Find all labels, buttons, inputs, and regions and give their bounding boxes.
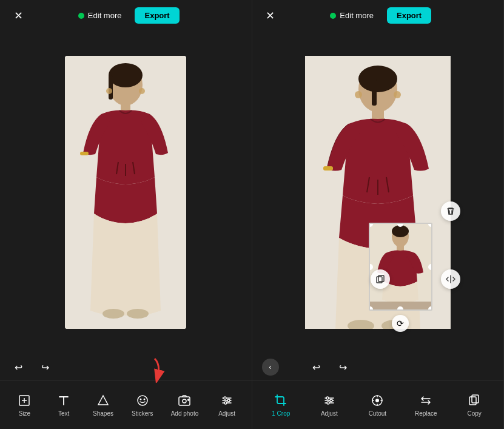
left-close-button[interactable]: ✕ bbox=[10, 7, 27, 24]
text-label: Text bbox=[58, 410, 69, 417]
right-edit-more-button[interactable]: Edit more bbox=[324, 7, 380, 24]
toolbar-shapes[interactable]: Shapes bbox=[89, 388, 118, 422]
svg-point-38 bbox=[392, 225, 409, 237]
right-panel: ✕ Edit more Export bbox=[252, 0, 505, 429]
right-image-container: ⟳ bbox=[305, 56, 451, 329]
svg-point-2 bbox=[109, 63, 143, 87]
thumbnail-figure bbox=[370, 224, 431, 309]
shapes-label: Shapes bbox=[93, 410, 113, 417]
toolbar-crop[interactable]: 1 Crop bbox=[266, 388, 295, 422]
cutout-icon bbox=[370, 393, 385, 408]
left-bottom-toolbar: Size Text Shapes bbox=[0, 380, 252, 429]
rotate-handle[interactable]: ⟳ bbox=[392, 315, 409, 332]
svg-rect-7 bbox=[80, 152, 89, 155]
flip-icon bbox=[446, 274, 455, 284]
left-redo-button[interactable]: ↪ bbox=[36, 359, 53, 376]
svg-point-19 bbox=[183, 399, 186, 403]
svg-point-44 bbox=[330, 399, 332, 402]
stickers-icon bbox=[135, 393, 150, 408]
left-undo-button[interactable]: ↩ bbox=[10, 359, 27, 376]
svg-point-34 bbox=[355, 91, 362, 98]
svg-point-45 bbox=[327, 402, 329, 404]
left-canvas-area bbox=[0, 31, 252, 354]
toolbar-text[interactable]: Text bbox=[49, 388, 78, 422]
svg-point-47 bbox=[375, 399, 379, 402]
svg-point-35 bbox=[394, 91, 401, 98]
right-canvas-area: ⟳ bbox=[252, 31, 504, 354]
right-nav-back-button[interactable]: ‹ bbox=[262, 359, 279, 376]
replace-icon bbox=[418, 393, 433, 408]
svg-rect-26 bbox=[372, 79, 377, 106]
right-undo-button[interactable]: ↩ bbox=[308, 359, 325, 376]
svg-point-11 bbox=[106, 88, 112, 94]
left-undo-row: ↩ ↪ bbox=[0, 354, 252, 380]
svg-point-16 bbox=[139, 399, 141, 400]
right-close-button[interactable]: ✕ bbox=[262, 7, 279, 24]
left-image-container bbox=[65, 56, 186, 329]
svg-point-15 bbox=[138, 396, 147, 405]
toolbar-replace[interactable]: Replace bbox=[411, 388, 441, 422]
fashion-figure-left bbox=[65, 56, 186, 329]
flip-float-button[interactable] bbox=[441, 269, 460, 289]
svg-point-6 bbox=[127, 309, 149, 319]
crop-label: 1 Crop bbox=[272, 410, 290, 417]
duplicate-float-button[interactable] bbox=[371, 269, 390, 289]
svg-point-17 bbox=[143, 399, 145, 400]
svg-point-5 bbox=[102, 309, 124, 319]
size-icon bbox=[17, 393, 32, 408]
svg-rect-48 bbox=[469, 397, 476, 405]
right-redo-button[interactable]: ↪ bbox=[335, 359, 352, 376]
toolbar-right-adjust[interactable]: Adjust bbox=[315, 388, 344, 422]
copy-icon bbox=[467, 393, 482, 408]
svg-point-21 bbox=[227, 399, 230, 402]
svg-point-25 bbox=[358, 66, 397, 92]
duplicate-icon bbox=[375, 274, 385, 284]
left-panel: ✕ Edit more Export bbox=[0, 0, 252, 429]
cutout-label: Cutout bbox=[369, 410, 386, 417]
toolbar-copy[interactable]: Copy bbox=[460, 388, 489, 422]
right-edit-more-label: Edit more bbox=[340, 11, 374, 20]
left-panel-header: ✕ Edit more Export bbox=[0, 0, 252, 31]
thumbnail-selection-area[interactable]: ⟳ bbox=[369, 223, 432, 311]
add-photo-label: Add photo bbox=[171, 410, 199, 417]
crop-icon bbox=[274, 393, 288, 408]
toolbar-cutout[interactable]: Cutout bbox=[363, 388, 392, 422]
trash-icon bbox=[446, 206, 455, 216]
toolbar-add-photo[interactable]: Add photo bbox=[167, 388, 203, 422]
left-export-button[interactable]: Export bbox=[135, 7, 179, 24]
adjust-icon bbox=[220, 393, 234, 408]
svg-point-20 bbox=[224, 397, 226, 399]
delete-float-button[interactable] bbox=[441, 201, 460, 221]
crop-badge: 1 bbox=[272, 410, 275, 417]
right-bottom-toolbar: 1 Crop Adjust Cuto bbox=[252, 380, 504, 429]
right-green-dot-icon bbox=[330, 13, 336, 19]
svg-point-22 bbox=[224, 402, 227, 404]
svg-rect-49 bbox=[472, 395, 479, 403]
toolbar-stickers[interactable]: Stickers bbox=[128, 388, 157, 422]
svg-point-43 bbox=[326, 397, 329, 399]
svg-rect-30 bbox=[323, 166, 333, 171]
stickers-label: Stickers bbox=[132, 410, 153, 417]
right-export-button[interactable]: Export bbox=[387, 7, 431, 24]
add-photo-icon bbox=[177, 393, 192, 408]
adjust-label: Adjust bbox=[218, 410, 235, 417]
green-dot-icon bbox=[78, 13, 84, 19]
replace-label: Replace bbox=[415, 410, 437, 417]
shapes-icon bbox=[96, 393, 110, 408]
toolbar-size[interactable]: Size bbox=[10, 388, 39, 422]
text-icon bbox=[56, 393, 71, 408]
left-edit-more-button[interactable]: Edit more bbox=[72, 7, 128, 24]
size-label: Size bbox=[19, 410, 30, 417]
right-adjust-label: Adjust bbox=[321, 410, 338, 417]
svg-rect-3 bbox=[109, 75, 113, 100]
right-adjust-icon bbox=[322, 393, 337, 408]
right-panel-header: ✕ Edit more Export bbox=[252, 0, 504, 31]
toolbar-adjust[interactable]: Adjust bbox=[212, 388, 241, 422]
svg-point-12 bbox=[139, 88, 145, 94]
left-edit-more-label: Edit more bbox=[88, 11, 122, 20]
copy-label: Copy bbox=[467, 410, 481, 417]
right-undo-row: ‹ ↩ ↪ bbox=[252, 354, 504, 380]
